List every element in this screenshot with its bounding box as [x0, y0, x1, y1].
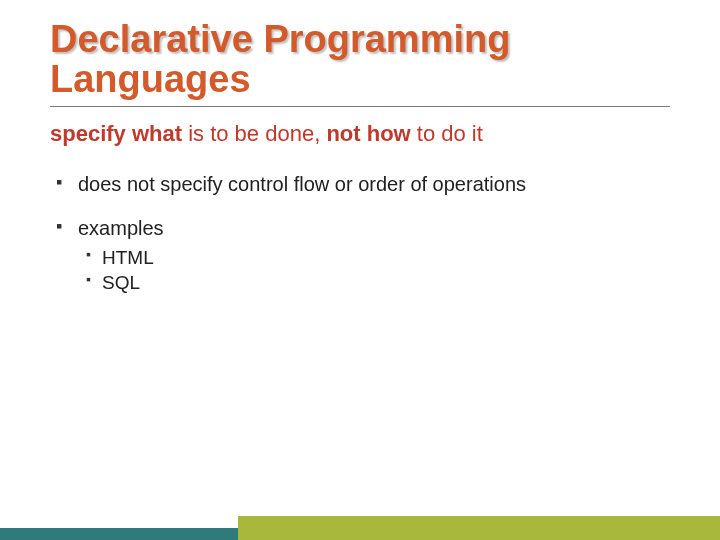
slide-title: Declarative Programming Languages [50, 20, 670, 100]
sub-bullet-item: HTML [86, 245, 670, 271]
bullet-text: examples [78, 217, 164, 239]
subtitle-emph-1: specify what [50, 121, 182, 146]
bullet-text: does not specify control flow or order o… [78, 173, 526, 195]
subtitle-emph-2: not how [326, 121, 410, 146]
slide-footer [0, 516, 720, 540]
slide-subtitle: specify what is to be done, not how to d… [50, 121, 670, 147]
bullet-item: does not specify control flow or order o… [56, 171, 670, 197]
sub-bullet-item: SQL [86, 270, 670, 296]
slide-body: Declarative Programming Languages specif… [0, 0, 720, 296]
title-word-1: Declarative [50, 18, 253, 60]
title-divider [50, 106, 670, 107]
title-word-3: Languages [50, 58, 251, 100]
bullet-list: does not specify control flow or order o… [56, 171, 670, 296]
subtitle-text-1: is to be done, [182, 121, 326, 146]
sub-bullet-list: HTML SQL [86, 245, 670, 296]
footer-bar-olive [238, 516, 720, 540]
title-word-2: Programming [263, 18, 510, 60]
bullet-item: examples HTML SQL [56, 215, 670, 296]
subtitle-text-2: to do it [411, 121, 483, 146]
